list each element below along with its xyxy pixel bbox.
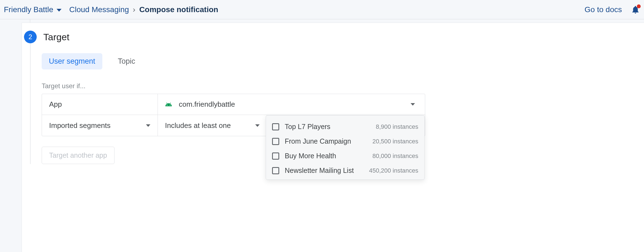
checkbox-icon[interactable] bbox=[272, 123, 279, 130]
dropdown-option[interactable]: Newsletter Mailing List 450,200 instance… bbox=[266, 163, 424, 178]
caret-down-icon bbox=[57, 9, 62, 12]
checkbox-icon[interactable] bbox=[272, 167, 279, 174]
notifications-button[interactable] bbox=[631, 5, 640, 14]
docs-link[interactable]: Go to docs bbox=[585, 5, 622, 14]
app-id-value: com.friendlybattle bbox=[179, 100, 235, 109]
caret-down-icon bbox=[255, 124, 260, 127]
tab-user-segment[interactable]: User segment bbox=[42, 53, 102, 69]
project-selector[interactable]: Friendly Battle bbox=[4, 5, 62, 14]
step-body: User segment Topic Target user if... App bbox=[30, 43, 644, 164]
checkbox-icon[interactable] bbox=[272, 152, 279, 160]
caret-down-icon bbox=[146, 124, 150, 127]
step-header: 2 Target bbox=[22, 31, 644, 43]
android-icon bbox=[165, 101, 172, 108]
rules-wrapper: App com.friendlybattle bbox=[42, 94, 644, 136]
rule-type-selector[interactable]: Imported segments bbox=[42, 115, 158, 136]
app-selector[interactable]: com.friendlybattle bbox=[158, 94, 425, 115]
dropdown-option[interactable]: Buy More Health 80,000 instances bbox=[266, 149, 424, 163]
dropdown-option[interactable]: From June Campaign 20,500 instances bbox=[266, 134, 424, 149]
rule-type-label: App bbox=[49, 100, 62, 109]
option-label: Buy More Health bbox=[285, 152, 367, 160]
caret-down-icon bbox=[411, 103, 415, 106]
step-number-badge: 2 bbox=[24, 31, 37, 43]
rule-type-cell-app: App bbox=[42, 94, 158, 115]
breadcrumb-current: Compose notification bbox=[139, 5, 218, 14]
target-user-if-label: Target user if... bbox=[42, 82, 644, 90]
operator-label: Includes at least one bbox=[165, 121, 231, 130]
breadcrumb: Cloud Messaging › Compose notification bbox=[69, 5, 218, 14]
notification-dot-icon bbox=[637, 4, 641, 8]
header-bar: Friendly Battle Cloud Messaging › Compos… bbox=[0, 0, 644, 19]
option-count: 80,000 instances bbox=[372, 152, 418, 160]
step-title: Target bbox=[43, 32, 70, 42]
option-count: 450,200 instances bbox=[369, 167, 418, 174]
option-count: 20,500 instances bbox=[372, 138, 418, 145]
rule-row-app: App com.friendlybattle bbox=[42, 94, 425, 115]
target-tabs: User segment Topic bbox=[42, 53, 644, 69]
content-wrap: 2 Target User segment Topic Target user … bbox=[0, 19, 644, 252]
segments-dropdown: Top L7 Players 8,900 instances From June… bbox=[266, 115, 425, 180]
chevron-right-icon: › bbox=[133, 5, 135, 14]
dropdown-option[interactable]: Top L7 Players 8,900 instances bbox=[266, 119, 424, 134]
option-label: Newsletter Mailing List bbox=[285, 167, 363, 175]
option-count: 8,900 instances bbox=[376, 123, 418, 130]
operator-selector[interactable]: Includes at least one bbox=[158, 115, 267, 136]
option-label: From June Campaign bbox=[285, 137, 367, 145]
project-name: Friendly Battle bbox=[4, 5, 53, 14]
tab-topic[interactable]: Topic bbox=[111, 53, 142, 69]
option-label: Top L7 Players bbox=[285, 123, 370, 131]
checkbox-icon[interactable] bbox=[272, 138, 279, 145]
rule-type-label: Imported segments bbox=[49, 121, 111, 130]
app-selector-inner: com.friendlybattle bbox=[165, 100, 235, 109]
target-panel: 2 Target User segment Topic Target user … bbox=[22, 23, 644, 252]
target-another-app-button[interactable]: Target another app bbox=[42, 147, 115, 164]
header-left: Friendly Battle Cloud Messaging › Compos… bbox=[4, 5, 218, 14]
breadcrumb-section[interactable]: Cloud Messaging bbox=[69, 5, 129, 14]
header-right: Go to docs bbox=[585, 5, 640, 14]
